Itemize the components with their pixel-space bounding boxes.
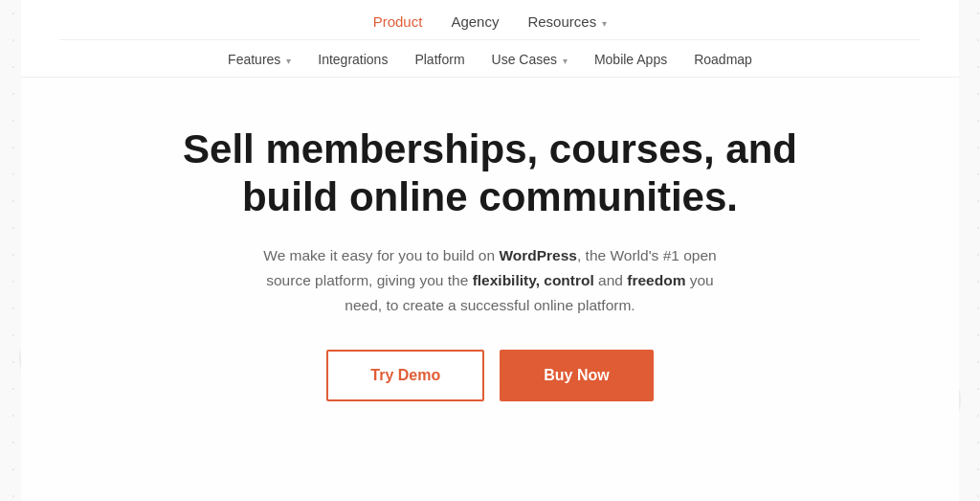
hero-title: Sell memberships, courses, and build onl… xyxy=(136,125,844,222)
main-container: Product Agency Resources ▾ Features ▾ In… xyxy=(21,0,959,501)
nav-bottom-row: Features ▾ Integrations Platform Use Cas… xyxy=(59,40,921,77)
hero-title-line2-normal: build xyxy=(242,174,349,219)
chevron-down-icon: ▾ xyxy=(563,56,568,66)
nav-top-row: Product Agency Resources ▾ xyxy=(59,0,921,40)
subtitle-text1: We make it easy for you to build on xyxy=(263,247,499,263)
nav-resources[interactable]: Resources ▾ xyxy=(527,13,607,30)
subtitle-text3: and xyxy=(594,272,627,288)
hero-title-line1: Sell memberships, courses, and xyxy=(183,126,797,171)
hero-subtitle: We make it easy for you to build on Word… xyxy=(260,243,720,319)
chevron-down-icon: ▾ xyxy=(286,56,291,66)
buy-now-button[interactable]: Buy Now xyxy=(500,350,653,401)
nav-roadmap[interactable]: Roadmap xyxy=(694,52,752,67)
subtitle-flexibility: flexibility, control xyxy=(473,272,594,288)
button-group: Try Demo Buy Now xyxy=(136,350,844,401)
hero-title-line2-bold: online communities. xyxy=(349,174,738,219)
hero-section: Sell memberships, courses, and build onl… xyxy=(21,78,959,440)
nav-mobile-apps[interactable]: Mobile Apps xyxy=(594,52,667,67)
nav-agency[interactable]: Agency xyxy=(451,13,499,30)
nav-product[interactable]: Product xyxy=(373,13,423,30)
navigation: Product Agency Resources ▾ Features ▾ In… xyxy=(21,0,959,78)
subtitle-freedom: freedom xyxy=(627,272,685,288)
try-demo-button[interactable]: Try Demo xyxy=(326,350,484,401)
nav-features[interactable]: Features ▾ xyxy=(228,52,291,67)
nav-integrations[interactable]: Integrations xyxy=(318,52,388,67)
chevron-down-icon: ▾ xyxy=(602,18,607,29)
nav-platform[interactable]: Platform xyxy=(414,52,464,67)
nav-use-cases[interactable]: Use Cases ▾ xyxy=(492,52,568,67)
subtitle-wordpress: WordPress xyxy=(499,247,577,263)
